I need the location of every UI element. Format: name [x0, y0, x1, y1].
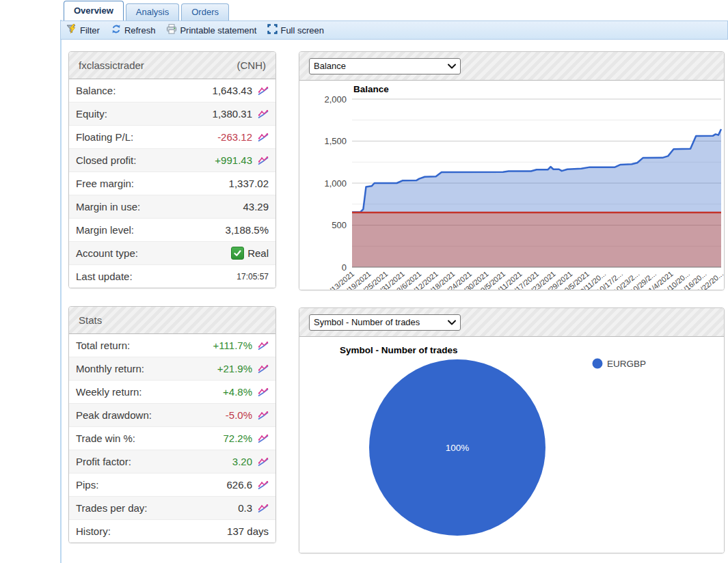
- row-value: 1,643.43: [213, 85, 252, 96]
- row-label: Trade win %:: [76, 432, 223, 444]
- chevron-down-icon: [448, 64, 456, 69]
- row-value: +991.43: [215, 154, 252, 166]
- stats-title: Stats: [79, 314, 102, 326]
- pie-legend: EURGBP: [593, 359, 647, 370]
- svg-text:500: 500: [332, 220, 347, 230]
- pie-select-value: Symbol - Number of trades: [314, 317, 420, 327]
- row-value: 0.3: [238, 502, 252, 514]
- row-value: +4.8%: [223, 386, 252, 398]
- row-label: Total return:: [76, 340, 213, 351]
- account-panel: fxclassictrader (CNH) Balance:1,643.43Eq…: [68, 51, 276, 288]
- stat-row-balance: Balance:1,643.43: [69, 79, 275, 102]
- row-value: 1,337.02: [229, 178, 269, 189]
- toolbar-refresh-button[interactable]: Refresh: [111, 24, 156, 36]
- stats-panel-header: Stats: [69, 307, 275, 334]
- row-value: Real: [247, 247, 269, 259]
- mini-chart-icon[interactable]: [258, 387, 269, 397]
- svg-text:0: 0: [342, 262, 347, 273]
- legend-dot: [593, 359, 603, 369]
- toolbar-label: Full screen: [280, 25, 324, 36]
- stat-row-total-return: Total return:+111.7%: [69, 334, 275, 357]
- tab-bar: OverviewAnalysisOrders: [64, 1, 231, 20]
- tab-analysis[interactable]: Analysis: [126, 3, 179, 20]
- toolbar-label: Refresh: [124, 25, 156, 36]
- tab-orders[interactable]: Orders: [181, 3, 229, 20]
- refresh-icon: [111, 24, 124, 36]
- row-label: Account type:: [76, 247, 231, 259]
- row-value: 3,188.5%: [226, 224, 269, 236]
- pie-chart-type-select[interactable]: Symbol - Number of trades: [309, 314, 461, 331]
- row-value: 72.2%: [223, 432, 252, 444]
- mini-chart-icon[interactable]: [258, 86, 269, 96]
- row-label: Peak drawdown:: [76, 409, 226, 421]
- tab-overview[interactable]: Overview: [64, 1, 124, 20]
- toolbar-full-screen-button[interactable]: Full screen: [267, 24, 324, 36]
- row-value: -263.12: [217, 131, 252, 143]
- stat-row-monthly-return: Monthly return:+21.9%: [69, 357, 275, 381]
- symbol-trades-pie-chart[interactable]: Symbol - Number of trades100%EURGBP: [299, 337, 724, 553]
- toolbar: FilterRefreshPrintable statementFull scr…: [60, 20, 728, 40]
- toolbar-printable-statement-button[interactable]: Printable statement: [166, 24, 256, 36]
- balance-chart-type-select[interactable]: Balance: [309, 58, 461, 74]
- row-label: Weekly return:: [76, 386, 223, 398]
- stat-row-history: History:137 days: [69, 520, 275, 543]
- row-label: Pips:: [76, 479, 226, 491]
- stat-row-pips: Pips:626.6: [69, 473, 275, 497]
- account-rows: Balance:1,643.43Equity:1,380.31Floating …: [69, 79, 275, 288]
- stat-row-account-type: Account type:Real: [69, 242, 275, 265]
- mini-chart-icon[interactable]: [258, 364, 269, 374]
- account-name: fxclassictrader: [79, 59, 144, 71]
- mini-chart-icon[interactable]: [258, 411, 269, 420]
- row-value: -5.0%: [226, 409, 252, 421]
- toolbar-filter-button[interactable]: Filter: [66, 24, 100, 36]
- row-label: Last update:: [76, 271, 237, 282]
- pie-chart-panel: Symbol - Number of trades Symbol - Numbe…: [299, 307, 725, 553]
- row-label: Free margin:: [76, 178, 229, 189]
- stat-row-margin-in-use: Margin in use:43.29: [69, 195, 275, 219]
- row-label: Closed profit:: [76, 154, 215, 166]
- mini-chart-icon[interactable]: [258, 341, 269, 351]
- mini-chart-icon[interactable]: [258, 133, 269, 142]
- left-border-line: [60, 20, 62, 563]
- deposit-area: [352, 212, 721, 267]
- mini-chart-icon[interactable]: [258, 504, 269, 513]
- row-value: 3.20: [232, 456, 252, 467]
- row-value: 626.6: [226, 479, 252, 491]
- balance-select-value: Balance: [314, 61, 346, 71]
- stat-row-closed-profit: Closed profit:+991.43: [69, 149, 275, 172]
- stat-row-free-margin: Free margin:1,337.02: [69, 172, 275, 195]
- stat-row-last-update: Last update:17:05:57: [69, 265, 275, 288]
- row-label: Margin in use:: [76, 201, 243, 212]
- pie-chart-header: Symbol - Number of trades: [299, 308, 724, 337]
- row-label: Trades per day:: [76, 502, 238, 514]
- account-panel-header: fxclassictrader (CNH): [69, 52, 275, 79]
- row-value: +111.7%: [213, 340, 252, 351]
- row-label: Equity:: [76, 108, 213, 120]
- svg-text:1,500: 1,500: [324, 136, 347, 146]
- stat-row-floating-p-l: Floating P/L:-263.12: [69, 126, 275, 149]
- mini-chart-icon[interactable]: [258, 109, 269, 119]
- row-label: Monthly return:: [76, 363, 217, 374]
- mini-chart-icon[interactable]: [258, 480, 269, 490]
- legend-label: EURGBP: [607, 359, 646, 369]
- stat-row-peak-drawdown: Peak drawdown:-5.0%: [69, 404, 275, 427]
- stat-row-weekly-return: Weekly return:+4.8%: [69, 381, 275, 404]
- y-axis-labels: 05001,0001,5002,000: [324, 94, 347, 273]
- account-currency: (CNH): [237, 59, 267, 71]
- mini-chart-icon[interactable]: [258, 156, 269, 165]
- x-axis-labels: 7/13/20217/19/20217/25/20217/31/20218/6/…: [325, 269, 724, 290]
- row-value: 137 days: [227, 525, 269, 537]
- stats-rows: Total return:+111.7%Monthly return:+21.9…: [69, 334, 275, 543]
- pie-chart-svg: Symbol - Number of trades100%EURGBP: [299, 337, 724, 553]
- mini-chart-icon[interactable]: [258, 434, 269, 443]
- trading-overview-page: OverviewAnalysisOrders FilterRefreshPrin…: [0, 0, 728, 563]
- toolbar-label: Filter: [80, 25, 100, 36]
- chevron-down-icon: [448, 320, 456, 325]
- balance-area-chart[interactable]: 05001,0001,5002,0007/13/20217/19/20217/2…: [299, 81, 724, 290]
- row-label: Balance:: [76, 85, 213, 96]
- mini-chart-icon[interactable]: [258, 457, 269, 467]
- row-label: Floating P/L:: [76, 131, 217, 143]
- balance-chart-panel: Balance 05001,0001,5002,0007/13/20217/19…: [299, 51, 725, 290]
- filter-icon: [66, 24, 80, 36]
- real-account-check-icon: [231, 247, 244, 260]
